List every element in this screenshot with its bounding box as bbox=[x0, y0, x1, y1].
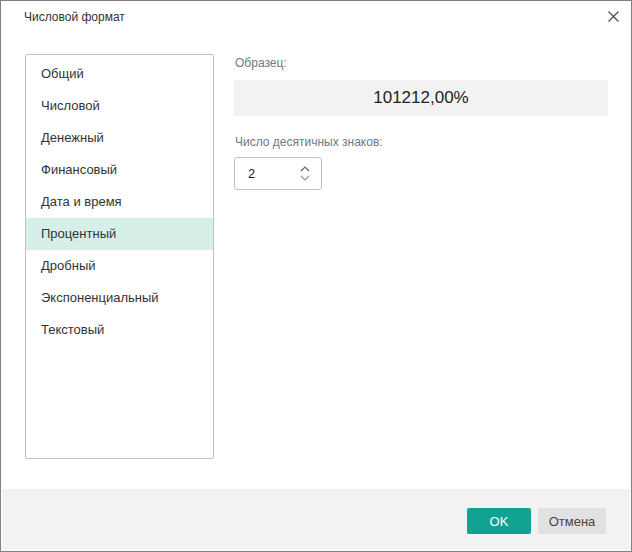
list-item-text[interactable]: Текстовый bbox=[26, 314, 213, 346]
sample-preview-box: 101212,00% bbox=[234, 80, 608, 116]
window-title: Числовой формат bbox=[24, 10, 125, 24]
footer-bar bbox=[2, 489, 630, 550]
format-category-list: ОбщийЧисловойДенежныйФинансовыйДата и вр… bbox=[25, 54, 214, 459]
close-icon bbox=[607, 10, 620, 26]
title-bar: Числовой формат bbox=[1, 1, 631, 37]
decimal-places-spinner bbox=[234, 157, 322, 190]
decimal-places-input[interactable] bbox=[235, 158, 298, 189]
chevron-down-icon bbox=[300, 169, 310, 184]
sample-label: Образец: bbox=[235, 56, 287, 70]
list-item-general[interactable]: Общий bbox=[26, 58, 213, 90]
list-item-percentage[interactable]: Процентный bbox=[26, 218, 213, 250]
cancel-button[interactable]: Отмена bbox=[538, 508, 606, 534]
decimal-places-label: Число десятичных знаков: bbox=[235, 135, 383, 149]
number-format-dialog: Числовой формат ОбщийЧисловойДенежныйФин… bbox=[0, 0, 632, 552]
sample-value: 101212,00% bbox=[373, 88, 468, 108]
ok-button[interactable]: OK bbox=[467, 508, 531, 534]
list-item-scientific[interactable]: Экспоненциальный bbox=[26, 282, 213, 314]
list-item-number[interactable]: Числовой bbox=[26, 90, 213, 122]
list-item-fraction[interactable]: Дробный bbox=[26, 250, 213, 282]
list-item-accounting[interactable]: Финансовый bbox=[26, 154, 213, 186]
spinner-arrows bbox=[300, 166, 310, 181]
list-item-currency[interactable]: Денежный bbox=[26, 122, 213, 154]
list-item-date-time[interactable]: Дата и время bbox=[26, 186, 213, 218]
close-button[interactable] bbox=[603, 8, 623, 28]
spinner-down-button[interactable] bbox=[300, 175, 310, 181]
